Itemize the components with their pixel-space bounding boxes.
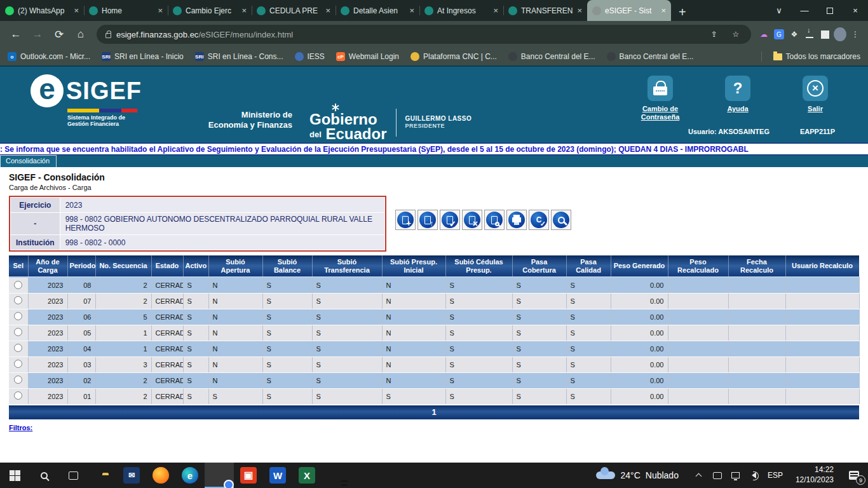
- column-header[interactable]: Peso Generado: [611, 255, 668, 277]
- row-select-radio[interactable]: [14, 296, 22, 304]
- confirm-load-button[interactable]: C✓: [529, 210, 549, 230]
- back-button[interactable]: ←: [6, 25, 25, 44]
- bookmark-item[interactable]: IESS: [295, 52, 325, 61]
- side-panel-icon[interactable]: [818, 28, 831, 41]
- column-header[interactable]: Subió Presup. Inicial: [382, 255, 445, 277]
- column-header[interactable]: Periodo: [67, 255, 95, 277]
- new-document-button[interactable]: [395, 210, 416, 230]
- tab-search-chevron-icon[interactable]: ∨: [766, 0, 792, 21]
- row-select-radio[interactable]: [14, 391, 22, 400]
- bookmark-item[interactable]: Plataforma CNC | C...: [410, 52, 497, 61]
- reload-button[interactable]: ⟳: [50, 25, 69, 44]
- preview-document-button[interactable]: [484, 210, 505, 230]
- bookmark-star-icon[interactable]: ☆: [729, 28, 742, 41]
- all-bookmarks-button[interactable]: Todos los marcadores: [773, 52, 860, 61]
- row-select-radio[interactable]: [14, 360, 22, 368]
- translate-extension-icon[interactable]: G: [773, 28, 785, 41]
- weather-extension-icon[interactable]: ☁: [757, 28, 770, 41]
- bookmark-item[interactable]: oOutlook.com - Micr...: [8, 52, 90, 61]
- salir-button[interactable]: ×Salir: [788, 76, 843, 121]
- tray-overflow-chevron[interactable]: [694, 472, 704, 478]
- column-header[interactable]: Subió Cédulas Presup.: [445, 255, 512, 277]
- column-header[interactable]: Usuario Recalculo: [785, 255, 859, 277]
- validate-document-button[interactable]: [440, 210, 460, 230]
- filters-link[interactable]: Filtros:: [9, 424, 32, 431]
- browser-tab[interactable]: Home×: [84, 0, 168, 21]
- column-header[interactable]: Pasa Calidad: [566, 255, 611, 277]
- network-icon[interactable]: [731, 472, 741, 478]
- taskbar-app-file-explorer[interactable]: [88, 463, 117, 488]
- minimize-button[interactable]: —: [792, 0, 817, 21]
- browser-tab[interactable]: TRANSFEREN×: [503, 0, 587, 21]
- bookmark-item[interactable]: Banco Central del E...: [607, 52, 694, 61]
- weather-widget[interactable]: 24°C Nublado: [587, 470, 687, 480]
- cambio-de-contraseña-button[interactable]: Cambio de Contraseña: [633, 76, 688, 121]
- row-select-radio[interactable]: [14, 281, 22, 289]
- tab-close-icon[interactable]: ×: [409, 6, 414, 15]
- share-icon[interactable]: ⇪: [708, 28, 721, 41]
- taskbar-app-excel[interactable]: X: [292, 463, 322, 488]
- bookmark-item[interactable]: SRISRI en Línea - Inicio: [102, 52, 184, 61]
- profile-avatar[interactable]: [834, 28, 846, 41]
- browser-tab[interactable]: CEDULA PRE×: [252, 0, 336, 21]
- taskbar-app-edge[interactable]: e: [175, 463, 205, 488]
- column-header[interactable]: Peso Recalculado: [668, 255, 728, 277]
- bookmark-item[interactable]: cPWebmail Login: [336, 52, 399, 61]
- browser-tab[interactable]: (2) WhatsApp×: [0, 0, 84, 21]
- tab-close-icon[interactable]: ×: [661, 6, 666, 15]
- row-select-radio[interactable]: [14, 376, 22, 384]
- print-button[interactable]: [506, 210, 527, 230]
- tab-close-icon[interactable]: ×: [325, 6, 330, 15]
- volume-icon[interactable]: [749, 472, 759, 478]
- address-bar[interactable]: esigef.finanzas.gob.ec/eSIGEF/menu/index…: [97, 25, 751, 44]
- column-header[interactable]: Subió Balance: [262, 255, 312, 277]
- delete-record-button[interactable]: [462, 210, 482, 230]
- column-header[interactable]: Estado: [151, 255, 183, 277]
- row-select-radio[interactable]: [14, 312, 22, 320]
- browser-menu-icon[interactable]: ⋮: [849, 28, 862, 41]
- task-view-button[interactable]: [58, 463, 88, 488]
- save-upload-button[interactable]: [417, 210, 438, 230]
- column-header[interactable]: Activo: [183, 255, 208, 277]
- taskbar-app-chrome[interactable]: [205, 463, 234, 488]
- browser-tab[interactable]: Cambio Ejerc×: [168, 0, 252, 21]
- browser-tab[interactable]: At Ingresos×: [419, 0, 503, 21]
- maximize-button[interactable]: [817, 0, 843, 21]
- tablet-mode-icon[interactable]: [712, 472, 722, 479]
- ayuda-button[interactable]: ?Ayuda: [710, 76, 765, 121]
- column-header[interactable]: Año de Carga: [28, 255, 67, 277]
- consult-search-button[interactable]: [551, 210, 571, 230]
- taskbar-app-word[interactable]: W: [263, 463, 292, 488]
- tab-close-icon[interactable]: ×: [158, 6, 163, 15]
- taskbar-app-mail-app[interactable]: ✉: [117, 463, 146, 488]
- column-header[interactable]: Subió Apertura: [208, 255, 262, 277]
- column-header[interactable]: Fecha Recalculo: [728, 255, 785, 277]
- taskbar-app-spotify[interactable]: [322, 463, 351, 488]
- home-button[interactable]: ⌂: [71, 25, 90, 44]
- notification-center-button[interactable]: 9: [840, 463, 868, 488]
- taskbar-app-firefox[interactable]: [146, 463, 175, 488]
- taskbar-search-button[interactable]: [29, 463, 58, 488]
- bookmark-item[interactable]: Banco Central del E...: [508, 52, 595, 61]
- column-header[interactable]: Sel: [9, 255, 28, 277]
- column-header[interactable]: Subió Transferencia: [312, 255, 382, 277]
- forward-button[interactable]: →: [28, 25, 47, 44]
- taskbar-app-red-app[interactable]: ▣: [234, 463, 263, 488]
- page-number[interactable]: 1: [431, 407, 436, 417]
- tab-consolidacion[interactable]: Consolidación: [0, 155, 57, 167]
- browser-tab[interactable]: Detalle Asien×: [336, 0, 419, 21]
- column-header[interactable]: No. Secuencia: [95, 255, 151, 277]
- tab-close-icon[interactable]: ×: [241, 6, 247, 15]
- column-header[interactable]: Pasa Cobertura: [512, 255, 566, 277]
- row-select-radio[interactable]: [14, 328, 22, 336]
- downloads-icon[interactable]: [803, 28, 816, 41]
- language-indicator[interactable]: ESP: [768, 471, 783, 480]
- tab-close-icon[interactable]: ×: [74, 6, 79, 15]
- start-button[interactable]: [0, 463, 29, 488]
- browser-tab[interactable]: eSIGEF - Sist×: [587, 0, 671, 21]
- tab-close-icon[interactable]: ×: [493, 6, 498, 15]
- new-tab-button[interactable]: +: [671, 3, 694, 21]
- close-window-button[interactable]: ×: [843, 0, 868, 21]
- extensions-puzzle-icon[interactable]: ❖: [788, 28, 801, 41]
- row-select-radio[interactable]: [14, 344, 22, 352]
